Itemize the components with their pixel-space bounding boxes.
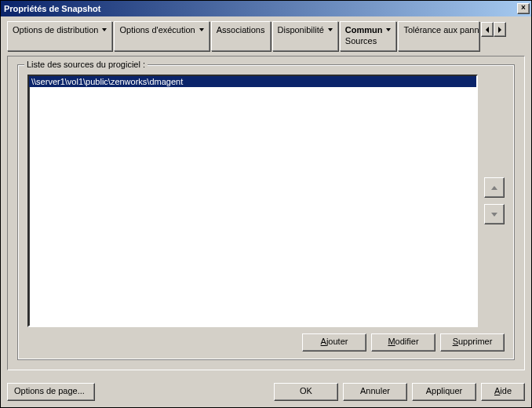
group-label: Liste des sources du progiciel :: [24, 60, 148, 69]
chevron-down-icon: [386, 28, 391, 31]
tab-scroll-right-button[interactable]: [494, 22, 506, 37]
move-down-button[interactable]: [484, 204, 505, 224]
remove-button[interactable]: Supprimer: [440, 333, 505, 352]
arrow-left-icon: [486, 27, 489, 33]
chevron-down-icon: [102, 28, 107, 31]
titlebar: Propriétés de Snapshot ×: [1, 1, 531, 16]
help-button[interactable]: Aide: [481, 383, 525, 401]
tab-label: Tolérance aux pannes: [403, 24, 479, 35]
chevron-down-icon: [328, 28, 333, 31]
arrow-right-icon: [498, 27, 501, 33]
window-title: Propriétés de Snapshot: [4, 4, 517, 13]
tab-common[interactable]: Commun Sources: [340, 21, 397, 51]
tab-sublabel: Sources: [345, 35, 392, 46]
sources-area: \\server1\vol1\public\zenworks\dmagent: [27, 75, 505, 327]
tab-availability[interactable]: Disponibilité: [272, 21, 338, 51]
tab-scroll-buttons: [481, 22, 506, 37]
footer-right-buttons: OK Annuler Appliquer Aide: [274, 383, 525, 401]
dialog-body: Options de distribution Options d'exécut…: [1, 16, 531, 377]
reorder-buttons: [484, 75, 505, 327]
tab-label: Disponibilité: [278, 24, 324, 35]
tab-execution-options[interactable]: Options d'exécution: [114, 21, 209, 51]
tab-label: Associations: [217, 24, 265, 35]
btn-label: jouter: [326, 337, 348, 346]
btn-label: ide: [500, 386, 512, 395]
tab-associations[interactable]: Associations: [211, 21, 271, 51]
arrow-down-icon: [491, 213, 497, 217]
sources-listbox[interactable]: \\server1\vol1\public\zenworks\dmagent: [27, 75, 478, 327]
tab-fault-tolerance[interactable]: Tolérance aux pannes: [398, 21, 479, 51]
chevron-down-icon: [199, 28, 204, 31]
btn-label: Annuler: [360, 386, 390, 395]
btn-label: upprimer: [458, 337, 492, 346]
btn-label: Options de page: [14, 386, 78, 395]
btn-label: odifier: [395, 337, 419, 346]
arrow-up-icon: [491, 186, 497, 190]
ok-button[interactable]: OK: [274, 383, 338, 401]
add-button[interactable]: Ajouter: [302, 333, 366, 352]
dialog-window: Propriétés de Snapshot × Options de dist…: [0, 0, 532, 408]
cancel-button[interactable]: Annuler: [343, 383, 407, 401]
list-item[interactable]: \\server1\vol1\public\zenworks\dmagent: [29, 76, 476, 87]
tab-panel: Liste des sources du progiciel : \\serve…: [7, 56, 525, 370]
tab-label: Options d'exécution: [119, 24, 195, 35]
sources-group: Liste des sources du progiciel : \\serve…: [17, 64, 515, 360]
move-up-button[interactable]: [484, 177, 505, 198]
tab-label: Options de distribution: [13, 24, 98, 35]
tab-scroll-left-button[interactable]: [481, 22, 494, 37]
modify-button[interactable]: Modifier: [371, 333, 435, 352]
btn-label: OK: [300, 386, 312, 395]
close-button[interactable]: ×: [517, 3, 530, 14]
tab-bar: Options de distribution Options d'exécut…: [7, 21, 525, 51]
btn-label: Appliquer: [426, 386, 462, 395]
tab-label: Commun: [345, 24, 383, 35]
apply-button[interactable]: Appliquer: [412, 383, 476, 401]
tab-distribution-options[interactable]: Options de distribution: [7, 21, 112, 51]
dialog-footer: Options de page OK Annuler Appliquer Aid…: [1, 377, 531, 407]
list-action-row: Ajouter Modifier Supprimer: [27, 333, 505, 352]
page-options-button[interactable]: Options de page: [7, 383, 95, 401]
